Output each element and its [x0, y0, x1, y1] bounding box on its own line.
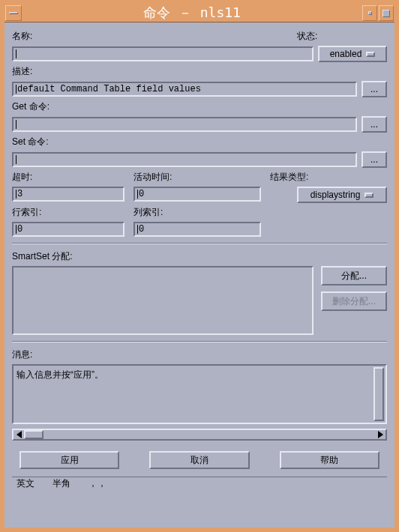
status-width: 半角: [52, 477, 70, 490]
window-menu-button[interactable]: [5, 5, 22, 21]
desc-label: 描述:: [12, 65, 387, 78]
option-indicator-icon: [366, 52, 375, 57]
scroll-thumb[interactable]: [24, 430, 44, 439]
message-area: 输入信息并按“应用”。: [12, 364, 387, 424]
desc-browse-button[interactable]: ...: [362, 81, 387, 97]
result-type-value: displaystring: [310, 190, 361, 200]
scroll-right-button[interactable]: [375, 430, 386, 439]
status-lang: 英文: [16, 477, 34, 490]
statusbar: 英文 半角 ，，: [12, 477, 387, 490]
set-cmd-label: Set 命令:: [12, 136, 387, 148]
message-vscrollbar[interactable]: [374, 367, 384, 421]
row-index-input[interactable]: 0: [12, 222, 124, 237]
cancel-button[interactable]: 取消: [149, 451, 249, 469]
smartset-label: SmartSet 分配:: [12, 250, 387, 263]
scroll-left-button[interactable]: [14, 430, 24, 439]
option-indicator-icon: [364, 193, 374, 198]
menu-icon: [9, 12, 18, 14]
timeout-input[interactable]: 3: [12, 187, 124, 202]
smartset-list[interactable]: [12, 266, 314, 335]
get-cmd-browse-button[interactable]: ...: [362, 116, 387, 133]
arrow-right-icon: [378, 431, 383, 438]
timeout-label: 超时:: [12, 171, 124, 184]
get-cmd-input[interactable]: [12, 117, 357, 132]
result-type-select[interactable]: displaystring: [297, 187, 387, 203]
maximize-icon: [382, 10, 390, 17]
maximize-button[interactable]: [379, 5, 394, 21]
arrow-left-icon: [16, 431, 22, 438]
row-index-label: 行索引:: [12, 206, 124, 219]
state-select[interactable]: enabled: [318, 46, 387, 62]
message-text: 输入信息并按“应用”。: [16, 369, 104, 380]
get-cmd-label: Get 命令:: [12, 100, 387, 113]
apply-button[interactable]: 应用: [20, 451, 119, 469]
desc-input[interactable]: default Command Table field values: [12, 82, 357, 97]
window-title: 命令 － nls11: [22, 4, 362, 22]
name-label: 名称:: [12, 30, 292, 43]
titlebar: 命令 － nls11: [4, 4, 394, 22]
minimize-icon: [368, 11, 372, 15]
state-label: 状态:: [297, 30, 387, 43]
unassign-button: 删除分配...: [321, 291, 387, 311]
active-time-label: 活动时间:: [134, 171, 261, 184]
client-area: 名称: 状态: enabled 描述: default Command Tabl…: [4, 22, 394, 528]
col-index-label: 列索引:: [134, 206, 261, 219]
separator: [12, 243, 387, 244]
hscrollbar[interactable]: [12, 429, 387, 441]
result-type-label: 结果类型:: [270, 171, 387, 184]
window-frame: 命令 － nls11 名称: 状态: enabled 描述: default C…: [0, 0, 399, 532]
name-input[interactable]: [12, 46, 314, 61]
separator: [12, 341, 387, 342]
message-label: 消息:: [12, 348, 387, 361]
help-button[interactable]: 帮助: [280, 451, 380, 469]
set-cmd-browse-button[interactable]: ...: [362, 151, 387, 168]
state-value: enabled: [330, 49, 362, 59]
status-extra: ，，: [88, 477, 106, 490]
assign-button[interactable]: 分配...: [321, 266, 387, 285]
active-time-input[interactable]: 0: [134, 187, 261, 202]
set-cmd-input[interactable]: [12, 152, 357, 167]
col-index-input[interactable]: 0: [134, 222, 261, 237]
minimize-button[interactable]: [362, 5, 377, 21]
